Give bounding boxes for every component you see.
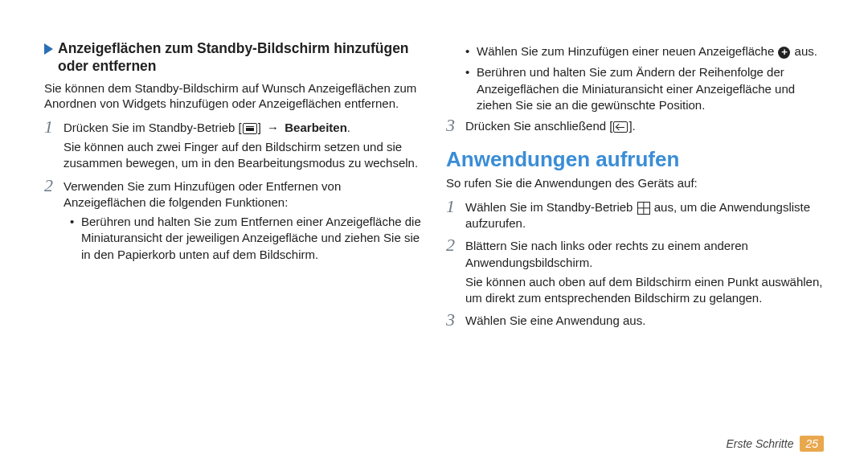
step3-b: ].	[628, 119, 635, 133]
step2-text: Verwenden Sie zum Hinzufügen oder Entfer…	[63, 179, 341, 209]
step-number: 3	[446, 117, 465, 134]
bullet-item: Wählen Sie zum Hinzufügen einer neuen An…	[465, 43, 824, 59]
step1-text-a: Drücken Sie im Standby-Betrieb [	[63, 121, 242, 134]
page-footer: Erste Schritte 25	[726, 436, 824, 452]
step-3b: 3 Wählen Sie eine Anwendung aus.	[446, 313, 824, 329]
intro-text: Sie können dem Standby-Bildschirm auf Wu…	[44, 80, 422, 112]
grid-icon	[637, 202, 650, 215]
right-column: Wählen Sie zum Hinzufügen einer neuen An…	[446, 40, 824, 336]
step-body: Wählen Sie im Standby-Betrieb aus, um di…	[465, 199, 824, 232]
plus-icon: +	[778, 47, 790, 59]
steps-list-left: 1 Drücken Sie im Standby-Betrieb [] → Be…	[44, 120, 422, 268]
page-number: 25	[800, 436, 824, 452]
bullet-item: Berühren und halten Sie zum Ändern der R…	[465, 64, 824, 113]
back-icon	[613, 121, 628, 133]
bullet2-a: Wählen Sie zum Hinzufügen einer neuen An…	[477, 44, 777, 58]
intro2: So rufen Sie die Anwendungen des Geräts …	[446, 175, 824, 191]
step-body: Drücken Sie im Standby-Betrieb [] → Bear…	[63, 120, 422, 172]
step-body: Drücken Sie anschließend [].	[465, 118, 824, 134]
chevron-icon	[44, 43, 53, 55]
step-body: Wählen Sie eine Anwendung aus.	[465, 313, 824, 329]
step-number: 2	[446, 236, 465, 254]
steps-list-right: 1 Wählen Sie im Standby-Betrieb aus, um …	[446, 199, 824, 330]
step-number: 1	[446, 198, 465, 215]
bullets-right-continued: Wählen Sie zum Hinzufügen einer neuen An…	[446, 43, 824, 113]
step1-text-b: ]	[258, 121, 264, 134]
left-column: Anzeigeflächen zum Standby-Bildschirm hi…	[44, 40, 422, 336]
step1-dot: .	[347, 121, 350, 134]
step-number: 3	[446, 311, 465, 329]
section-header: Anzeigeflächen zum Standby-Bildschirm hi…	[44, 40, 422, 76]
step-body: Verwenden Sie zum Hinzufügen oder Entfer…	[63, 178, 422, 268]
step3-a: Drücken Sie anschließend [	[465, 119, 612, 133]
step-1b: 1 Wählen Sie im Standby-Betrieb aus, um …	[446, 199, 824, 232]
bullet-item: Berühren und halten Sie zum Entfernen ei…	[70, 214, 422, 263]
page-content: Anzeigeflächen zum Standby-Bildschirm hi…	[0, 0, 868, 336]
step1-sub: Sie können auch zwei Finger auf den Bild…	[63, 139, 422, 172]
section-title: Anzeigeflächen zum Standby-Bildschirm hi…	[58, 40, 422, 76]
step-2: 2 Verwenden Sie zum Hinzufügen oder Entf…	[44, 178, 422, 268]
step-2b: 2 Blättern Sie nach links oder rechts zu…	[446, 238, 824, 306]
menu-icon	[243, 123, 257, 134]
step-number: 2	[44, 177, 63, 195]
steps-continued: 3 Drücken Sie anschließend [].	[446, 118, 824, 134]
s2-text: Blättern Sie nach links oder rechts zu e…	[465, 239, 748, 268]
bullets-left: Berühren und halten Sie zum Entfernen ei…	[63, 214, 422, 263]
step-1: 1 Drücken Sie im Standby-Betrieb [] → Be…	[44, 120, 422, 172]
footer-label: Erste Schritte	[726, 437, 793, 450]
step1-bold: Bearbeiten	[281, 121, 347, 134]
heading-anwendungen: Anwendungen aufrufen	[446, 147, 824, 172]
step-body: Blättern Sie nach links oder rechts zu e…	[465, 238, 824, 306]
s2-sub: Sie können auch oben auf dem Bildschirm …	[465, 274, 824, 307]
arrow-icon: →	[267, 121, 279, 134]
bullet2-b: aus.	[791, 44, 817, 58]
step-3: 3 Drücken Sie anschließend [].	[446, 118, 824, 134]
s1-a: Wählen Sie im Standby-Betrieb	[465, 200, 637, 214]
step-number: 1	[44, 118, 63, 136]
